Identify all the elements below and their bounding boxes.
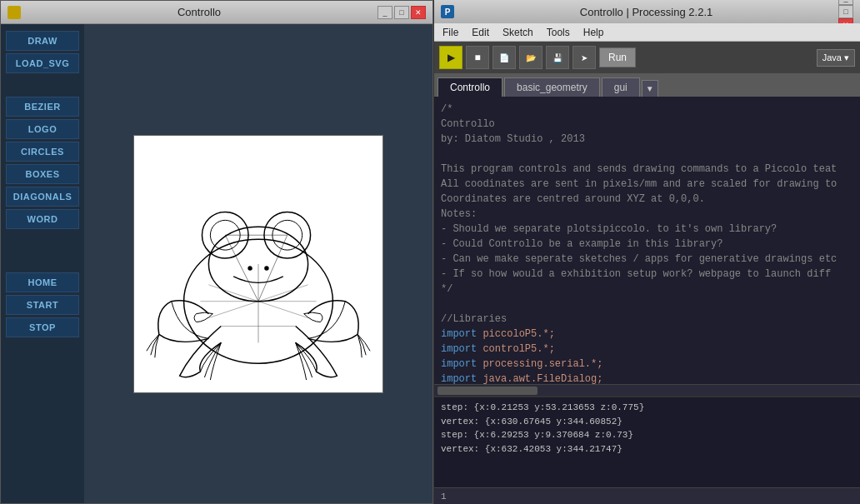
hscroll-thumb[interactable] (438, 387, 538, 395)
export-button[interactable]: ➤ (572, 46, 596, 69)
left-content: DRAW LOAD_SVG BEZIER LOGO CIRCLES BOXES … (1, 24, 432, 503)
sidebar-bottom-section: HOME START STOP (6, 272, 79, 337)
diagonals-button[interactable]: DIAGONALS (6, 187, 79, 207)
right-titlebar: P Controllo | Processing 2.2.1 _ □ ✕ (434, 0, 860, 23)
right-menubar: File Edit Sketch Tools Help (434, 23, 860, 42)
load-svg-button[interactable]: LOAD_SVG (6, 53, 79, 73)
word-button[interactable]: WORD (6, 209, 79, 229)
menu-edit[interactable]: Edit (467, 27, 494, 38)
right-title: Controllo | Processing 2.2.1 (454, 6, 838, 18)
stop-button[interactable]: STOP (6, 317, 79, 337)
right-window: P Controllo | Processing 2.2.1 _ □ ✕ Fil… (433, 0, 860, 504)
menu-sketch[interactable]: Sketch (498, 27, 538, 38)
right-maximize-button[interactable]: □ (838, 5, 853, 18)
tab-basic-geometry[interactable]: basic_geometry (504, 77, 600, 97)
logo-button[interactable]: LOGO (6, 119, 79, 139)
console-line-2: step: {x:6.29253 y:9.370684 z:0.73} (441, 428, 853, 442)
start-button[interactable]: START (6, 295, 79, 315)
code-area[interactable]: /* Controllo by: Diatom Studio , 2013 Th… (434, 97, 860, 384)
circles-button[interactable]: CIRCLES (6, 142, 79, 162)
console-line-3: vertex: {x:632.42053 y:344.21747} (441, 442, 853, 457)
tab-more-button[interactable]: ▼ (642, 80, 658, 97)
menu-help[interactable]: Help (578, 27, 609, 38)
left-minimize-button[interactable]: _ (378, 6, 392, 19)
sidebar-middle-section: BEZIER LOGO CIRCLES BOXES DIAGONALS WORD (6, 97, 79, 229)
left-title: Controllo (21, 6, 378, 18)
tab-gui[interactable]: gui (602, 77, 640, 97)
status-line-number: 1 (441, 492, 447, 502)
left-close-button[interactable]: ✕ (411, 6, 426, 19)
processing-icon: P (441, 5, 454, 18)
menu-tools[interactable]: Tools (542, 27, 575, 38)
save-button[interactable]: 💾 (546, 46, 569, 69)
boxes-button[interactable]: BOXES (6, 164, 79, 184)
right-toolbar: ▶ ■ 📄 📂 💾 ➤ Run Java ▾ (434, 42, 860, 73)
new-button[interactable]: 📄 (492, 46, 516, 69)
right-tabs: Controllo basic_geometry gui ▼ (434, 73, 860, 97)
drawing-canvas (133, 135, 383, 393)
horizontal-scrollbar[interactable] (434, 384, 860, 396)
left-window: Controllo _ □ ✕ DRAW LOAD_SVG BEZIER LOG… (0, 0, 433, 504)
home-button[interactable]: HOME (6, 272, 79, 292)
left-app-icon (8, 6, 21, 19)
draw-button[interactable]: DRAW (6, 31, 79, 51)
left-maximize-button[interactable]: □ (394, 6, 409, 19)
console-area[interactable]: step: {x:0.21253 y:53.213653 z:0.775} ve… (434, 396, 860, 487)
menu-file[interactable]: File (438, 27, 463, 38)
open-button[interactable]: 📂 (519, 46, 542, 69)
run-label[interactable]: Run (599, 47, 636, 67)
code-content: /* Controllo by: Diatom Studio , 2013 Th… (434, 97, 860, 384)
java-dropdown[interactable]: Java ▾ (817, 49, 855, 67)
stop-button[interactable]: ■ (466, 46, 489, 69)
svg-line-8 (258, 235, 288, 301)
svg-point-14 (248, 266, 252, 269)
left-window-controls: _ □ ✕ (378, 6, 426, 19)
bezier-button[interactable]: BEZIER (6, 97, 79, 117)
left-titlebar: Controllo _ □ ✕ (1, 1, 432, 24)
sidebar-top-section: DRAW LOAD_SVG (6, 31, 79, 73)
left-canvas-area (84, 24, 432, 503)
left-sidebar: DRAW LOAD_SVG BEZIER LOGO CIRCLES BOXES … (1, 24, 84, 503)
console-line-0: step: {x:0.21253 y:53.213653 z:0.775} (441, 401, 853, 415)
svg-point-15 (265, 266, 268, 269)
tab-controllo[interactable]: Controllo (438, 77, 502, 97)
play-button[interactable]: ▶ (439, 46, 462, 69)
svg-line-7 (225, 235, 258, 301)
status-bar: 1 (434, 487, 860, 504)
console-line-1: vertex: {x:630.67645 y:344.60852} (441, 415, 853, 429)
code-scroll[interactable]: /* Controllo by: Diatom Studio , 2013 Th… (434, 97, 860, 384)
console-content: step: {x:0.21253 y:53.213653 z:0.775} ve… (434, 397, 860, 459)
